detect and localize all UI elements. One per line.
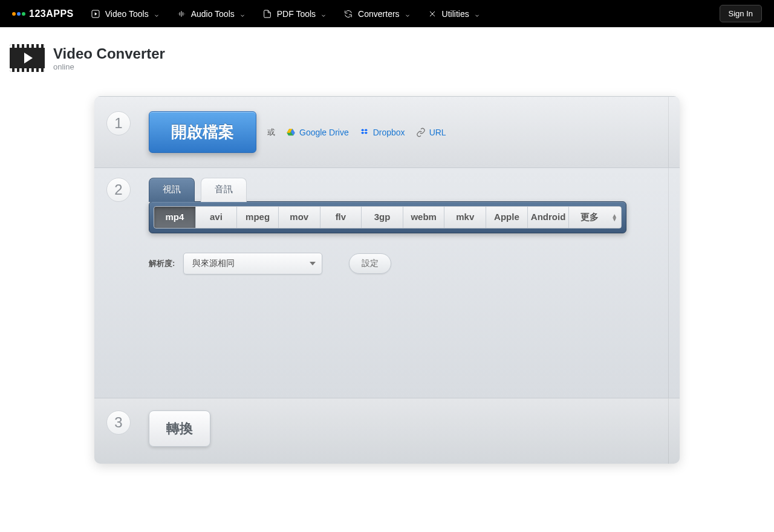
tab-video[interactable]: 視訊 — [149, 178, 195, 202]
format-mp4[interactable]: mp4 — [154, 207, 196, 228]
open-file-row: 開啟檔案 或 Google Drive Dropbox URL — [149, 111, 446, 153]
audio-wave-icon — [177, 9, 186, 19]
page-subtitle: online — [53, 62, 165, 71]
dropbox-link[interactable]: Dropbox — [360, 128, 405, 137]
logo[interactable]: 123APPS — [12, 8, 74, 19]
step-number: 2 — [106, 178, 131, 202]
step-2-content: 視訊 音訊 mp4 avi mpeg mov flv 3gp webm mkv … — [149, 178, 668, 274]
settings-button[interactable]: 設定 — [349, 253, 391, 274]
step-3: 3 轉換 — [94, 398, 680, 464]
resolution-dropdown[interactable]: 與來源相同 — [183, 253, 322, 274]
dropbox-icon — [360, 128, 369, 137]
chevron-down-icon — [405, 11, 411, 17]
nav-video-tools[interactable]: Video Tools — [91, 9, 160, 19]
chevron-down-icon — [239, 11, 246, 17]
format-3gp[interactable]: 3gp — [362, 207, 403, 228]
format-android[interactable]: Android — [528, 207, 570, 228]
nav-label: Converters — [358, 9, 399, 19]
step-number: 3 — [106, 410, 131, 435]
panel-divider — [668, 398, 669, 464]
brand-text: 123APPS — [29, 8, 74, 19]
link-icon — [416, 128, 426, 137]
play-square-icon — [91, 9, 100, 19]
nav-label: Video Tools — [105, 9, 149, 19]
step-number: 1 — [106, 111, 131, 135]
heading-text: Video Converter online — [53, 45, 165, 71]
chevron-down-icon — [154, 11, 160, 17]
video-converter-icon — [10, 44, 45, 72]
google-drive-link[interactable]: Google Drive — [286, 128, 349, 137]
page-heading: Video Converter online — [0, 27, 774, 78]
tools-icon — [428, 9, 437, 19]
format-row: mp4 avi mpeg mov flv 3gp webm mkv Apple … — [154, 206, 622, 229]
top-nav: 123APPS Video Tools Audio Tools PDF Tool… — [0, 0, 774, 27]
page-title: Video Converter — [53, 45, 165, 62]
dropdown-value: 與來源相同 — [192, 258, 235, 268]
format-mpeg[interactable]: mpeg — [237, 207, 279, 228]
format-mkv[interactable]: mkv — [444, 207, 486, 228]
nav-audio-tools[interactable]: Audio Tools — [177, 9, 246, 19]
nav-utilities[interactable]: Utilities — [428, 9, 480, 19]
format-more[interactable]: 更多 ▲▼ — [569, 207, 621, 228]
logo-dots-icon — [12, 12, 25, 16]
format-mov[interactable]: mov — [279, 207, 320, 228]
panel-divider — [668, 168, 669, 398]
nav-pdf-tools[interactable]: PDF Tools — [262, 9, 327, 19]
google-drive-icon — [286, 128, 296, 137]
file-icon — [262, 9, 272, 19]
nav-left: 123APPS Video Tools Audio Tools PDF Tool… — [12, 8, 480, 19]
format-avi[interactable]: avi — [196, 207, 238, 228]
or-text: 或 — [267, 127, 275, 138]
sign-in-button[interactable]: Sign In — [720, 5, 762, 22]
nav-converters[interactable]: Converters — [343, 9, 410, 19]
nav-label: Audio Tools — [191, 9, 235, 19]
link-label: URL — [429, 128, 446, 137]
nav-label: Utilities — [442, 9, 469, 19]
format-webm[interactable]: webm — [403, 207, 445, 228]
panel-divider — [668, 97, 669, 167]
media-type-tabs: 視訊 音訊 — [149, 178, 668, 202]
nav-label: PDF Tools — [277, 9, 316, 19]
sort-arrows-icon: ▲▼ — [611, 214, 617, 221]
refresh-icon — [343, 9, 353, 19]
format-flv[interactable]: flv — [320, 207, 362, 228]
chevron-down-icon — [320, 11, 327, 17]
resolution-label: 解析度: — [149, 258, 175, 269]
step-1: 1 開啟檔案 或 Google Drive Dropbox URL — [94, 96, 680, 168]
step-2: 2 視訊 音訊 mp4 avi mpeg mov flv 3gp webm mk… — [94, 168, 680, 398]
convert-button[interactable]: 轉換 — [149, 410, 210, 447]
chevron-down-icon — [310, 262, 316, 265]
open-file-button[interactable]: 開啟檔案 — [149, 111, 256, 153]
format-apple[interactable]: Apple — [486, 207, 528, 228]
url-link[interactable]: URL — [416, 128, 446, 137]
link-label: Dropbox — [373, 128, 405, 137]
converter-panel: 1 開啟檔案 或 Google Drive Dropbox URL 2 視訊 — [94, 96, 680, 464]
link-label: Google Drive — [299, 128, 349, 137]
tab-audio[interactable]: 音訊 — [201, 178, 247, 202]
more-label: 更多 — [580, 212, 599, 222]
chevron-down-icon — [474, 11, 480, 17]
settings-row: 解析度: 與來源相同 設定 — [149, 253, 668, 274]
format-bar: mp4 avi mpeg mov flv 3gp webm mkv Apple … — [149, 201, 626, 233]
